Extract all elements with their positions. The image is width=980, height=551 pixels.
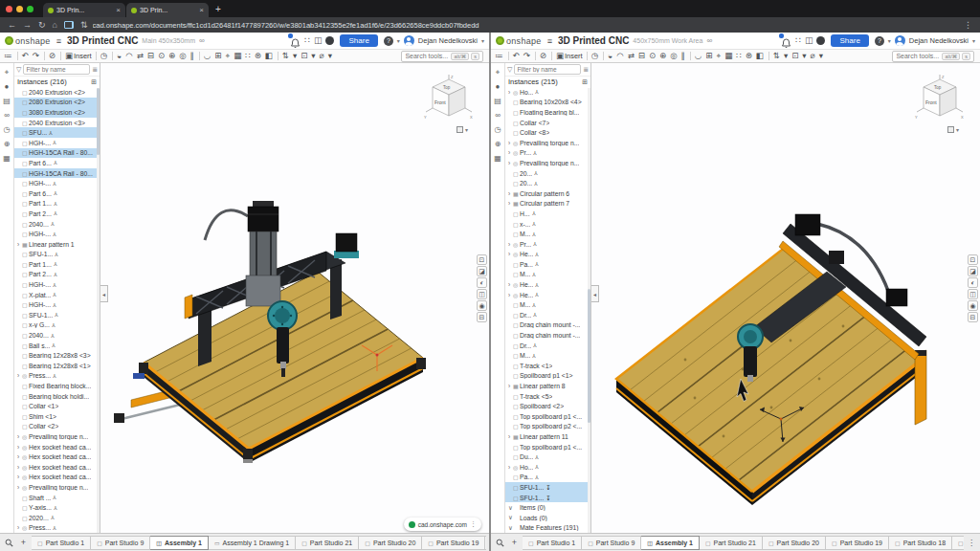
- filter-input[interactable]: [23, 64, 90, 75]
- new-tab-button[interactable]: +: [215, 4, 221, 14]
- tree-item[interactable]: ▢ Y-axis... Y ↧: [14, 502, 100, 513]
- sheet-metal-icon[interactable]: ⊡: [301, 52, 308, 60]
- back-icon[interactable]: ←: [8, 21, 16, 30]
- close-tab-icon[interactable]: ×: [199, 6, 204, 14]
- tree-item[interactable]: › ▦ Linear pattern 11 Y ↧: [505, 431, 590, 442]
- measure-icon[interactable]: ⌀: [320, 52, 325, 60]
- viewport-3d[interactable]: Top Front Z X Y ▾ ⊡◪◐◫◉⊟ ◂: [591, 63, 980, 533]
- appearance-icon[interactable]: ◉: [968, 300, 978, 311]
- comments-icon[interactable]: ●: [496, 83, 501, 91]
- url-box[interactable]: ⇅ cad.onshape.com/documents/ffc1cd1d2648…: [80, 21, 957, 30]
- compare-windows-icon[interactable]: ◫: [805, 36, 813, 45]
- history-icon[interactable]: ◷: [4, 126, 11, 134]
- document-tab[interactable]: ▢ Part Studio 17: [952, 536, 964, 550]
- display-states-icon[interactable]: ◧: [756, 52, 765, 60]
- tree-item[interactable]: › ◎ Press... Y ↧: [14, 523, 100, 533]
- tree-item[interactable]: ▢ Dr... Y ↧: [505, 310, 590, 320]
- document-tab[interactable]: ▢ Part Studio 1: [523, 536, 582, 550]
- tree-item[interactable]: ▢ Bearing 12x28x8 <1> Y ↧: [14, 361, 100, 371]
- versions-icon[interactable]: ▤: [3, 98, 11, 105]
- ball-mate-icon[interactable]: ◎: [179, 52, 187, 60]
- tree-item[interactable]: ▢ T-track <5> Y ↧: [505, 391, 590, 402]
- toast-menu-icon[interactable]: ⋮: [470, 520, 477, 528]
- tree-item[interactable]: ▢ SFU... Y ↧: [14, 127, 100, 138]
- viewport-3d[interactable]: Top Front Z X Y ▾ ⊡◪◐◫◉⊟ ◂ cad.onshape.c…: [100, 63, 489, 533]
- search-tools-input[interactable]: [405, 53, 449, 59]
- chevron-icon[interactable]: ∨: [508, 504, 513, 512]
- document-tab[interactable]: ▢ Part Studio: [485, 536, 486, 550]
- web-integrations-icon[interactable]: ⊕: [495, 141, 501, 148]
- tree-item[interactable]: › ◎ Prevailing torque n... Y ↧: [14, 431, 100, 442]
- tree-scrollbar[interactable]: [97, 88, 100, 533]
- reload-icon[interactable]: ↻: [38, 21, 46, 30]
- browser-menu-icon[interactable]: ⋮: [964, 21, 972, 30]
- slider-mate-icon[interactable]: ⇄: [137, 52, 145, 60]
- section-view-icon[interactable]: ◪: [968, 266, 978, 276]
- tree-item[interactable]: ▢ 20... Y ↧: [505, 168, 590, 179]
- explode-icon[interactable]: ⊛: [746, 52, 753, 60]
- tree-item[interactable]: ▢ 20... Y ↧: [505, 178, 590, 188]
- tree-item[interactable]: ▢ 2040... Y ↧: [14, 219, 100, 230]
- tree-item[interactable]: ▢ Top spoilboard p1 <... Y ↧: [505, 411, 590, 422]
- filter-icon[interactable]: ▽: [507, 66, 512, 74]
- close-window-icon[interactable]: [6, 6, 12, 12]
- tree-item[interactable]: ▢ Collar <7> Y ↧: [505, 118, 590, 128]
- tree-item[interactable]: ▢ Collar <1> Y ↧: [14, 401, 100, 411]
- suppress-icon[interactable]: ⊘: [49, 52, 56, 60]
- compare-windows-icon[interactable]: ◫: [314, 36, 323, 45]
- dropdown-caret-icon[interactable]: ▾: [328, 52, 333, 60]
- replicate-icon[interactable]: ▦: [234, 52, 242, 60]
- collapse-panel-handle[interactable]: ◂: [100, 285, 108, 302]
- tree-item[interactable]: ▢ 2020... Y ↧: [14, 513, 100, 523]
- tree-item[interactable]: ▢ Top spoilboard p2 <... Y ↧: [505, 422, 590, 432]
- document-tab[interactable]: ▢ Part Studio 9: [582, 536, 641, 550]
- separator[interactable]: [508, 52, 509, 60]
- document-tab[interactable]: ▢ Part Studio 20: [763, 536, 826, 550]
- tree-item[interactable]: ▢ Top spoilboard p1 <... Y ↧: [505, 442, 590, 452]
- filter-input[interactable]: [514, 64, 581, 75]
- tree-item[interactable]: › ◎ Hex socket head ca... Y ↧: [14, 473, 100, 483]
- display-states-icon[interactable]: ◧: [265, 52, 274, 60]
- tree-item[interactable]: ▢ SFU-1... Y ↧: [505, 493, 590, 503]
- redo-icon[interactable]: ↷: [33, 52, 40, 60]
- ball-mate-icon[interactable]: ◎: [670, 52, 678, 60]
- tree-item[interactable]: ▢ Ball s... Y ↧: [14, 341, 100, 351]
- bom-icon[interactable]: ▦: [494, 155, 501, 163]
- share-button[interactable]: Share: [340, 34, 377, 47]
- tree-item[interactable]: ▢ SFU-1... Y ↧: [505, 482, 590, 493]
- tree-item[interactable]: ▢ M... Y ↧: [505, 299, 590, 310]
- dropdown-caret-icon[interactable]: ▾: [311, 52, 316, 60]
- tree-item[interactable]: › ◎ He... Y ↧: [505, 290, 590, 300]
- isolate-icon[interactable]: ⊟: [968, 312, 978, 322]
- tree-item[interactable]: ▢ Floating Bearing bl... Y ↧: [505, 107, 590, 118]
- tab-groups-icon[interactable]: [64, 21, 74, 29]
- separator[interactable]: [690, 52, 691, 60]
- versions-icon[interactable]: ▤: [494, 98, 501, 105]
- tree-item[interactable]: ▢ Du... Y ↧: [505, 452, 590, 462]
- view-modes-icon[interactable]: ⊡: [477, 254, 487, 265]
- onshape-logo[interactable]: onshape: [496, 36, 542, 46]
- notifications-bell-icon[interactable]: [290, 35, 301, 46]
- url-text[interactable]: cad.onshape.com/documents/ffc1cd1d26481f…: [93, 21, 479, 30]
- tree-item[interactable]: ▢ Shaft ... Y ↧: [14, 493, 100, 503]
- document-tab[interactable]: ▢ Part Studio 20: [359, 536, 422, 550]
- browser-tab[interactable]: 3D Prin... ×: [126, 3, 209, 17]
- browser-tab[interactable]: 3D Prin... ×: [43, 3, 125, 17]
- view-cube-menu[interactable]: ▾: [457, 126, 468, 133]
- tree-item[interactable]: ∨ Items (0) Y ↧: [505, 502, 590, 513]
- chevron-icon[interactable]: ∨: [508, 524, 513, 532]
- tree-item[interactable]: ∨ Loads (0) Y ↧: [505, 513, 590, 523]
- tree-item[interactable]: ▢ Bearing block holdi... Y ↧: [14, 391, 100, 402]
- add-tab-icon[interactable]: +: [17, 537, 30, 549]
- tree-item[interactable]: ▢ Shim <1> Y ↧: [14, 411, 100, 422]
- web-integrations-icon[interactable]: ⊕: [4, 141, 11, 148]
- tab-search-icon[interactable]: [494, 537, 506, 549]
- tree-item[interactable]: ▢ Fixed Bearing block... Y ↧: [14, 381, 100, 391]
- tree-item[interactable]: ▢ Spoilboard p1 <1> Y ↧: [505, 371, 590, 382]
- dropdown-caret-icon[interactable]: ▾: [819, 52, 824, 60]
- minimize-window-icon[interactable]: [16, 6, 23, 12]
- share-button[interactable]: Share: [831, 34, 868, 47]
- tree-item[interactable]: ▢ Part 2... Y ↧: [14, 209, 100, 219]
- view-cube-menu[interactable]: ▾: [947, 126, 959, 133]
- dropdown-caret-icon[interactable]: ▾: [802, 52, 807, 60]
